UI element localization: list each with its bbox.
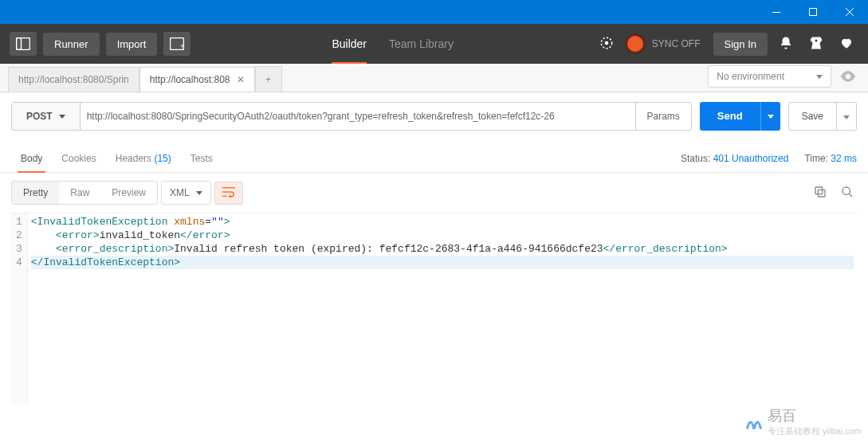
request-area: POST Params Send Save — [0, 92, 868, 140]
center-tabs: Builder Team Library — [332, 24, 454, 64]
tab-label: http://localhost:8080/Sprin — [18, 74, 129, 85]
svg-point-7 — [605, 41, 609, 45]
heart-icon[interactable] — [835, 31, 858, 57]
send-group: Send — [700, 102, 780, 131]
pretty-view-button[interactable]: Pretty — [12, 182, 59, 204]
window-titlebar — [0, 0, 868, 24]
view-mode-segment: Pretty Raw Preview — [11, 181, 158, 205]
time-label: Time: — [804, 153, 828, 164]
sign-in-button[interactable]: Sign In — [713, 33, 768, 56]
environment-label: No environment — [717, 71, 784, 82]
send-dropdown[interactable] — [760, 102, 780, 131]
method-label: POST — [26, 111, 53, 122]
time-value: 32 ms — [831, 153, 857, 164]
response-tabs: Body Cookies Headers (15) Tests Status: … — [0, 145, 868, 173]
wrap-lines-button[interactable] — [214, 182, 243, 205]
tab-label: http://localhost:808 — [150, 74, 230, 85]
request-input-group: POST Params — [11, 102, 692, 131]
tab-inactive[interactable]: http://localhost:8080/Sprin — [8, 67, 139, 92]
preview-view-button[interactable]: Preview — [100, 182, 157, 204]
chevron-down-icon — [816, 75, 823, 79]
close-tab-icon[interactable]: ✕ — [237, 74, 245, 85]
toggle-sidebar-button[interactable] — [10, 32, 37, 56]
cookies-tab[interactable]: Cookies — [52, 145, 105, 172]
save-button[interactable]: Save — [789, 103, 836, 130]
svg-rect-0 — [772, 12, 780, 13]
notifications-icon[interactable] — [774, 31, 798, 57]
svg-rect-1 — [810, 9, 817, 16]
params-button[interactable]: Params — [635, 103, 691, 130]
code-lines: <InvalidTokenException xmlns=""> <error>… — [28, 213, 857, 404]
format-select[interactable]: XML — [161, 181, 211, 205]
minimize-button[interactable] — [758, 0, 795, 24]
chevron-down-icon — [59, 115, 65, 119]
search-icon[interactable] — [838, 182, 857, 204]
svg-point-10 — [842, 187, 850, 194]
runner-button[interactable]: Runner — [43, 33, 100, 56]
new-tab-button[interactable]: + — [163, 32, 190, 56]
url-input[interactable] — [81, 103, 635, 130]
format-label: XML — [170, 187, 190, 198]
method-select[interactable]: POST — [12, 103, 81, 130]
add-tab-button[interactable]: + — [255, 66, 282, 92]
headers-count: (15) — [154, 153, 171, 164]
sync-status-label: SYNC OFF — [652, 38, 701, 49]
sync-status-icon[interactable] — [625, 33, 646, 54]
status-label: Status: — [681, 153, 710, 164]
send-button[interactable]: Send — [700, 102, 760, 131]
line-gutter: 1 2 3 4 — [11, 213, 28, 404]
save-dropdown[interactable] — [836, 103, 856, 130]
watermark: 易百 专注基础教程 yiibai.com — [744, 406, 862, 437]
save-group: Save — [788, 102, 857, 131]
settings-icon[interactable] — [804, 31, 828, 57]
chevron-down-icon — [768, 115, 774, 119]
raw-view-button[interactable]: Raw — [59, 182, 100, 204]
import-button[interactable]: Import — [106, 33, 158, 56]
response-status: Status: 401 Unauthorized Time: 32 ms — [681, 153, 857, 164]
svg-rect-9 — [815, 187, 823, 194]
chevron-down-icon — [196, 191, 202, 195]
chevron-down-icon — [843, 115, 850, 119]
close-button[interactable] — [831, 0, 868, 24]
svg-rect-3 — [17, 38, 22, 50]
response-body-viewer[interactable]: 1 2 3 4 <InvalidTokenException xmlns="">… — [11, 213, 857, 404]
headers-label: Headers — [116, 153, 151, 164]
environment-select[interactable]: No environment — [708, 65, 831, 88]
capture-icon[interactable] — [595, 31, 619, 57]
maximize-button[interactable] — [795, 0, 831, 24]
copy-icon[interactable] — [811, 182, 830, 204]
builder-tab[interactable]: Builder — [332, 24, 367, 64]
environment-preview-icon[interactable] — [836, 65, 860, 88]
svg-rect-2 — [17, 38, 30, 50]
response-toolbar: Pretty Raw Preview XML — [0, 173, 868, 213]
tab-active[interactable]: http://localhost:808✕ — [139, 67, 255, 92]
body-tab[interactable]: Body — [11, 145, 52, 172]
app-header: Runner Import + Builder Team Library SYN… — [0, 24, 868, 64]
status-value: 401 Unauthorized — [713, 153, 789, 164]
tests-tab[interactable]: Tests — [181, 145, 222, 172]
headers-tab[interactable]: Headers (15) — [106, 145, 181, 172]
svg-rect-8 — [818, 190, 825, 197]
team-library-tab[interactable]: Team Library — [389, 24, 454, 64]
svg-text:+: + — [180, 42, 184, 50]
